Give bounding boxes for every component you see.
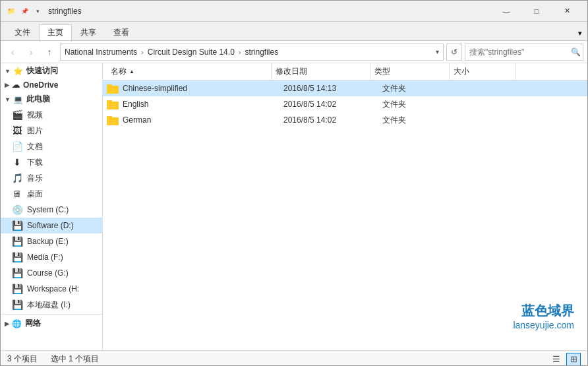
sidebar-header-thispc[interactable]: ▼ 💻 此电脑 (1, 92, 102, 107)
pictures-icon: 🖼 (11, 125, 23, 137)
sep1: › (141, 48, 144, 56)
file-area: 名称 ▲ 修改日期 类型 大小 (103, 63, 587, 350)
svg-rect-1 (107, 84, 112, 87)
forward-button[interactable]: › (23, 44, 39, 60)
onedrive-icon: ☁ (12, 80, 20, 90)
file-name-german: German (123, 115, 283, 125)
col-header-name[interactable]: 名称 ▲ (107, 63, 272, 80)
sidebar-systemc-label: System (C:) (27, 205, 69, 214)
sidebar-pictures-label: 图片 (27, 125, 43, 137)
file-date-german: 2016/8/5 14:02 (283, 115, 382, 125)
refresh-button[interactable]: ↺ (446, 44, 462, 61)
breadcrumb-ni: National Instruments (65, 47, 137, 57)
tab-share[interactable]: 共享 (72, 24, 105, 40)
tb-dropdown[interactable]: ▾ (32, 7, 43, 16)
col-type-label: 类型 (374, 66, 390, 77)
sidebar-network-label: 网络 (25, 318, 41, 329)
col-header-date[interactable]: 修改日期 (272, 63, 370, 80)
back-button[interactable]: ‹ (5, 44, 20, 60)
chevron-onedrive: ▶ (5, 82, 9, 88)
file-type-chinese: 文件夹 (382, 83, 461, 94)
video-icon: 🎬 (11, 109, 23, 121)
ribbon-help-btn[interactable]: ▾ (573, 26, 587, 40)
file-item-english[interactable]: English 2016/8/5 14:02 文件夹 (103, 96, 587, 112)
view-details-button[interactable]: ⊞ (566, 353, 581, 366)
sidebar-desktop-label: 桌面 (27, 189, 43, 200)
sidebar-workspaceh-label: Workspace (H: (27, 284, 79, 293)
status-selected-count: 选中 1 个项目 (51, 353, 99, 365)
music-icon: 🎵 (11, 172, 23, 184)
title-bar-quick-icons: 📁 📌 ▾ (6, 7, 43, 16)
sidebar-divider (1, 314, 102, 315)
title-bar: 📁 📌 ▾ stringfiles — □ ✕ (1, 1, 587, 22)
sep2: › (239, 48, 241, 56)
search-input[interactable] (469, 47, 568, 57)
network-icon: 🌐 (12, 319, 22, 328)
folder-icon-chinese (107, 83, 119, 94)
status-item-count: 3 个项目 (7, 353, 38, 365)
sidebar-onedrive-label: OneDrive (23, 80, 58, 90)
sidebar-item-downloads[interactable]: ⬇ 下载 (1, 154, 102, 170)
column-headers: 名称 ▲ 修改日期 类型 大小 (103, 63, 587, 80)
sidebar-header-onedrive[interactable]: ▶ ☁ OneDrive (1, 78, 102, 92)
sidebar-locali-label: 本地磁盘 (I:) (27, 299, 71, 311)
address-bar[interactable]: National Instruments › Circuit Design Su… (60, 44, 444, 61)
ribbon: 文件 主页 共享 查看 ▾ (1, 22, 587, 41)
sidebar-item-music[interactable]: 🎵 音乐 (1, 170, 102, 186)
sidebar-header-quickaccess[interactable]: ▼ ⭐ 快速访问 (1, 63, 102, 78)
folder-icon: 📁 (6, 7, 16, 16)
sidebar-wrapper: ▼ ⭐ 快速访问 ▶ ☁ OneDrive ▼ 💻 此电脑 🎬 视频 🖼 (1, 63, 103, 350)
file-date-chinese: 2016/8/5 14:13 (283, 84, 382, 93)
search-icon[interactable]: 🔍 (571, 47, 581, 57)
tab-file[interactable]: 文件 (6, 24, 39, 40)
folder-icon-english (107, 99, 119, 109)
sidebar-item-locali[interactable]: 💾 本地磁盘 (I:) (1, 297, 102, 313)
view-list-button[interactable]: ☰ (549, 353, 564, 366)
sidebar-item-backupe[interactable]: 💾 Backup (E:) (1, 233, 102, 249)
tab-view[interactable]: 查看 (105, 24, 138, 40)
up-button[interactable]: ↑ (42, 44, 57, 60)
col-header-size[interactable]: 大小 (450, 63, 515, 80)
chevron-thispc: ▼ (5, 96, 11, 103)
sidebar-downloads-label: 下载 (27, 157, 43, 168)
drive-i-icon: 💾 (11, 299, 23, 311)
close-button[interactable]: ✕ (552, 1, 582, 22)
drive-f-icon: 💾 (11, 251, 23, 263)
col-header-type[interactable]: 类型 (370, 63, 450, 80)
svg-rect-5 (107, 116, 112, 119)
sidebar-item-softwared[interactable]: 💾 Software (D:) (1, 218, 102, 233)
file-date-english: 2016/8/5 14:02 (283, 100, 382, 109)
thispc-icon: 💻 (13, 95, 23, 104)
chevron-quickaccess: ▼ (5, 68, 11, 75)
minimize-button[interactable]: — (491, 1, 521, 22)
file-name-english: English (123, 100, 283, 109)
col-size-label: 大小 (454, 66, 469, 77)
col-name-label: 名称 (111, 66, 127, 77)
drive-c-icon: 💿 (11, 204, 23, 216)
file-type-english: 文件夹 (382, 99, 461, 110)
sidebar-courseg-label: Course (G:) (27, 268, 69, 278)
file-item-chinese-simplified[interactable]: Chinese-simplified 2016/8/5 14:13 文件夹 (103, 80, 587, 96)
sidebar-music-label: 音乐 (27, 173, 43, 184)
address-dropdown-arrow[interactable]: ▾ (436, 48, 439, 55)
sidebar: ▼ ⭐ 快速访问 ▶ ☁ OneDrive ▼ 💻 此电脑 🎬 视频 🖼 (1, 63, 103, 331)
sidebar-item-systemc[interactable]: 💿 System (C:) (1, 202, 102, 218)
ribbon-tab-bar: 文件 主页 共享 查看 ▾ (1, 22, 587, 40)
file-item-german[interactable]: German 2016/8/5 14:02 文件夹 (103, 112, 587, 128)
sidebar-item-video[interactable]: 🎬 视频 (1, 107, 102, 123)
pin-icon: 📌 (19, 7, 30, 16)
window-title: stringfiles (48, 7, 491, 16)
sidebar-item-workspaceh[interactable]: 💾 Workspace (H: (1, 281, 102, 297)
breadcrumb-cds: Circuit Design Suite 14.0 (148, 47, 235, 57)
sidebar-item-documents[interactable]: 📄 文档 (1, 138, 102, 154)
svg-rect-3 (107, 100, 112, 103)
tab-home[interactable]: 主页 (39, 24, 72, 40)
maximize-button[interactable]: □ (521, 1, 552, 22)
sidebar-item-courseg[interactable]: 💾 Course (G:) (1, 265, 102, 281)
sidebar-item-pictures[interactable]: 🖼 图片 (1, 123, 102, 138)
sidebar-quickaccess-label: 快速访问 (26, 65, 58, 76)
sidebar-header-network[interactable]: ▶ 🌐 网络 (1, 316, 102, 331)
sidebar-item-desktop[interactable]: 🖥 桌面 (1, 186, 102, 202)
sidebar-item-mediaf[interactable]: 💾 Media (F:) (1, 249, 102, 265)
view-controls: ☰ ⊞ (549, 353, 581, 366)
